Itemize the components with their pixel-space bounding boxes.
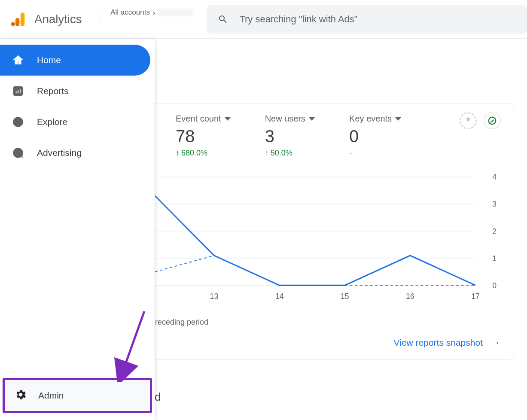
svg-rect-0 — [21, 12, 25, 26]
brand-block: Analytics — [10, 11, 82, 27]
sidebar-item-advertising[interactable]: Advertising — [0, 137, 150, 168]
chevron-down-icon — [395, 117, 401, 121]
metric-value: 0 — [349, 126, 401, 146]
account-name-redacted — [158, 9, 192, 16]
svg-rect-1 — [15, 18, 20, 26]
truncated-text: d — [155, 390, 161, 404]
svg-point-23 — [14, 118, 23, 127]
chart: 0 1 2 3 4 13 14 15 16 17 — [155, 168, 501, 308]
card-badges — [460, 112, 501, 129]
sidebar-item-label: Explore — [37, 117, 67, 127]
metric-event-count[interactable]: Event count 78 ↑ 680.0% — [176, 114, 231, 158]
svg-text:15: 15 — [341, 291, 349, 301]
search-bar[interactable] — [207, 5, 527, 33]
search-input[interactable] — [239, 14, 516, 25]
metric-label[interactable]: Event count — [176, 114, 231, 124]
svg-text:13: 13 — [210, 291, 219, 301]
property-name-redacted — [110, 19, 188, 30]
metric-row: Event count 78 ↑ 680.0% New users 3 ↑ — [155, 103, 514, 161]
chevron-right-icon: › — [152, 8, 155, 17]
metric-delta: - — [349, 149, 401, 158]
metric-new-users[interactable]: New users 3 ↑ 50.0% — [265, 114, 315, 158]
insight-badge-icon[interactable] — [460, 112, 477, 129]
sidebar-item-home[interactable]: Home — [0, 45, 150, 76]
svg-rect-22 — [20, 88, 21, 94]
arrow-right-icon: → — [490, 336, 501, 349]
metric-label[interactable]: New users — [265, 114, 315, 124]
svg-point-2 — [11, 22, 15, 26]
sidebar: Home Reports Explore Advertising — [0, 39, 155, 420]
advertising-icon — [12, 147, 24, 159]
sidebar-item-admin[interactable]: Admin — [5, 380, 150, 411]
comparison-caption: receding period — [155, 318, 208, 327]
metric-delta: ↑ 680.0% — [176, 149, 231, 158]
header-divider — [100, 11, 100, 28]
account-picker-prefix: All accounts — [110, 8, 150, 17]
arrow-up-icon: ↑ — [265, 149, 269, 158]
sidebar-footer: Admin — [0, 378, 155, 420]
metric-value: 3 — [265, 126, 315, 146]
home-icon — [12, 54, 24, 66]
app-header: Analytics All accounts › — [0, 0, 527, 39]
search-icon — [218, 14, 228, 25]
chevron-down-icon — [225, 117, 231, 121]
account-picker[interactable]: All accounts › — [110, 8, 196, 30]
sidebar-item-reports[interactable]: Reports — [0, 76, 150, 107]
svg-text:1: 1 — [492, 253, 497, 263]
admin-highlight-frame: Admin — [3, 378, 152, 413]
sidebar-item-explore[interactable]: Explore — [0, 107, 150, 137]
svg-rect-20 — [15, 91, 17, 94]
line-chart-svg: 0 1 2 3 4 13 14 15 16 17 — [155, 168, 501, 308]
brand-title: Analytics — [34, 12, 82, 26]
svg-text:14: 14 — [275, 291, 284, 301]
gear-icon — [14, 388, 27, 403]
analytics-logo-icon — [10, 11, 27, 27]
arrow-up-icon: ↑ — [176, 149, 180, 158]
svg-text:3: 3 — [492, 199, 497, 209]
svg-rect-21 — [18, 90, 19, 94]
nav-list: Home Reports Explore Advertising — [0, 45, 155, 168]
chevron-down-icon — [309, 117, 315, 121]
sidebar-item-label: Home — [37, 55, 61, 65]
metric-value: 78 — [176, 126, 231, 146]
svg-text:0: 0 — [492, 280, 497, 290]
metric-label[interactable]: Key events — [349, 114, 401, 124]
overview-card: Event count 78 ↑ 680.0% New users 3 ↑ — [155, 103, 514, 360]
svg-text:2: 2 — [492, 226, 497, 236]
explore-icon — [12, 116, 24, 128]
sidebar-item-label: Admin — [38, 390, 64, 401]
view-reports-snapshot-link[interactable]: View reports snapshot → — [394, 336, 501, 349]
metric-delta: ↑ 50.0% — [265, 149, 315, 158]
metric-key-events[interactable]: Key events 0 - — [349, 114, 401, 158]
svg-text:4: 4 — [492, 172, 497, 182]
reports-icon — [12, 85, 24, 97]
svg-text:16: 16 — [406, 291, 414, 301]
check-badge-icon[interactable] — [484, 112, 501, 129]
svg-point-25 — [17, 152, 20, 155]
svg-text:17: 17 — [471, 291, 480, 301]
sidebar-item-label: Advertising — [37, 148, 82, 158]
sidebar-item-label: Reports — [37, 86, 69, 96]
